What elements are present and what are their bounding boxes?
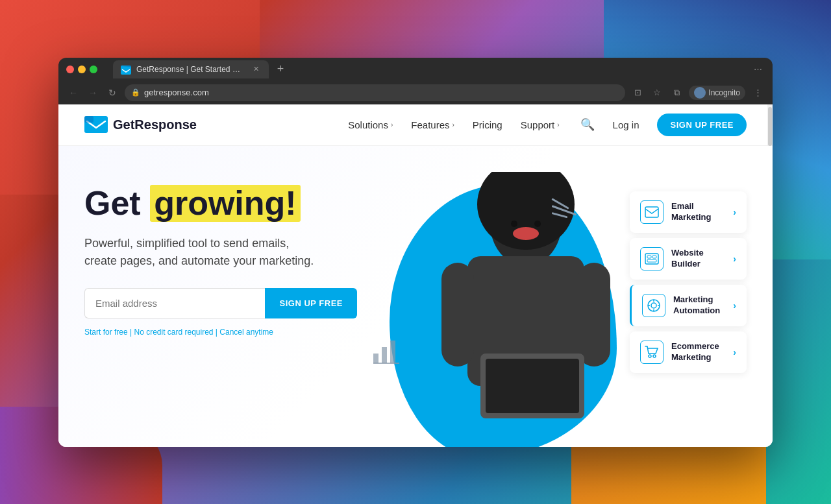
- tab-bar: GetResponse | Get Started wi... ✕ +: [113, 60, 740, 78]
- arrow-icon: ›: [733, 207, 736, 217]
- window-control[interactable]: ⋯: [750, 62, 765, 77]
- browser-window: GetResponse | Get Started wi... ✕ + ⋯ ← …: [58, 58, 773, 447]
- deco-line-3: [552, 212, 568, 218]
- ecommerce-marketing-title: EcommerceMarketing: [671, 341, 725, 363]
- hero-subtext: Powerful, simplified tool to send emails…: [84, 235, 318, 270]
- tab-close-button[interactable]: ✕: [251, 64, 261, 75]
- arrow-icon: ›: [733, 254, 736, 264]
- hero-disclaimer: Start for free | No credit card required…: [84, 328, 357, 337]
- svg-rect-19: [647, 256, 651, 258]
- logo-text: GetResponse: [113, 117, 197, 132]
- hero-image-area: [357, 172, 630, 447]
- nav-pricing[interactable]: Pricing: [473, 119, 502, 130]
- hero-headline: Get growing!: [84, 185, 357, 222]
- feature-card-website-builder[interactable]: WebsiteBuilder ›: [630, 238, 747, 280]
- tab-manager-icon[interactable]: ⧉: [669, 86, 684, 100]
- svg-rect-13: [373, 354, 378, 363]
- lock-icon: 🔒: [131, 88, 140, 97]
- hero-section: Get growing! Powerful, simplified tool t…: [58, 146, 773, 447]
- hero-left-content: Get growing! Powerful, simplified tool t…: [84, 172, 357, 337]
- headline-prefix: Get: [84, 184, 150, 222]
- maximize-button[interactable]: [90, 66, 97, 73]
- headline-highlight: growing!: [150, 185, 301, 222]
- feature-cards: EmailMarketing › WebsiteBuild: [630, 172, 747, 373]
- svg-rect-6: [441, 263, 474, 366]
- nav-links: Solutions › Features › Pricing Support ›…: [348, 114, 747, 136]
- tab-favicon: [121, 66, 131, 73]
- nav-features[interactable]: Features ›: [411, 119, 454, 130]
- svg-point-10: [513, 227, 539, 240]
- chevron-down-icon: ›: [391, 121, 393, 128]
- nav-support[interactable]: Support ›: [521, 119, 560, 130]
- cast-icon[interactable]: ⊡: [630, 86, 645, 100]
- svg-rect-17: [645, 207, 658, 217]
- svg-point-29: [653, 355, 656, 357]
- svg-rect-7: [578, 263, 610, 366]
- bookmark-icon[interactable]: ☆: [650, 86, 664, 100]
- chevron-down-icon: ›: [453, 121, 454, 128]
- email-marketing-icon: [640, 200, 664, 224]
- profile-label: Incognito: [708, 88, 740, 97]
- back-button[interactable]: ←: [66, 86, 81, 100]
- chart-icon: [370, 334, 403, 369]
- browser-window-controls: ⋯: [750, 62, 765, 77]
- browser-addressbar: ← → ↻ 🔒 getresponse.com ⊡ ☆ ⧉ Incognito …: [58, 81, 773, 104]
- website-builder-title: WebsiteBuilder: [671, 248, 725, 270]
- feature-card-email-marketing[interactable]: EmailMarketing ›: [630, 191, 747, 233]
- svg-rect-0: [121, 67, 131, 75]
- address-bar[interactable]: 🔒 getresponse.com: [125, 84, 625, 101]
- hero-person-image: [403, 172, 610, 447]
- logo[interactable]: GetResponse: [84, 116, 197, 133]
- hero-form: SIGN UP FREE: [84, 288, 357, 318]
- email-marketing-text: EmailMarketing: [671, 201, 725, 223]
- avatar: [694, 87, 706, 99]
- menu-icon[interactable]: ⋮: [750, 86, 765, 100]
- svg-rect-9: [486, 359, 579, 413]
- search-icon[interactable]: 🔍: [580, 117, 595, 132]
- ecommerce-marketing-text: EcommerceMarketing: [671, 341, 725, 363]
- svg-point-28: [649, 355, 651, 357]
- email-input[interactable]: [84, 288, 265, 318]
- hero-signup-button[interactable]: SIGN UP FREE: [265, 288, 357, 318]
- svg-point-11: [511, 221, 517, 227]
- website-content: GetResponse Solutions › Features › Prici…: [58, 104, 773, 447]
- arrow-icon: ›: [733, 300, 736, 311]
- close-button[interactable]: [66, 66, 74, 73]
- traffic-lights: [66, 66, 97, 73]
- reload-button[interactable]: ↻: [105, 86, 119, 100]
- forward-button[interactable]: →: [86, 86, 100, 100]
- website-builder-icon: [640, 247, 664, 270]
- nav-solutions[interactable]: Solutions ›: [348, 119, 393, 130]
- svg-rect-14: [382, 347, 387, 363]
- scrollbar-thumb[interactable]: [768, 107, 772, 146]
- login-button[interactable]: Log in: [613, 119, 639, 130]
- website-builder-text: WebsiteBuilder: [671, 248, 725, 270]
- email-marketing-title: EmailMarketing: [671, 201, 725, 223]
- marketing-automation-title: MarketingAutomation: [673, 294, 725, 317]
- decorative-lines: [552, 198, 578, 219]
- signup-button[interactable]: SIGN UP FREE: [657, 114, 747, 136]
- svg-rect-21: [647, 259, 656, 262]
- svg-rect-20: [652, 256, 656, 258]
- svg-point-23: [651, 303, 656, 308]
- browser-titlebar: GetResponse | Get Started wi... ✕ + ⋯: [58, 58, 773, 81]
- new-tab-button[interactable]: +: [271, 60, 290, 78]
- svg-point-12: [534, 221, 541, 227]
- svg-rect-18: [645, 254, 658, 264]
- browser-chrome: GetResponse | Get Started wi... ✕ + ⋯ ← …: [58, 58, 773, 104]
- svg-rect-15: [390, 341, 395, 363]
- site-navigation: GetResponse Solutions › Features › Prici…: [58, 104, 773, 146]
- profile-button[interactable]: Incognito: [689, 86, 745, 100]
- svg-rect-2: [84, 116, 93, 123]
- marketing-automation-icon: [642, 294, 665, 317]
- arrow-icon: ›: [733, 347, 736, 357]
- chevron-down-icon: ›: [557, 121, 559, 128]
- tab-title: GetResponse | Get Started wi...: [136, 65, 245, 74]
- ecommerce-marketing-icon: [640, 341, 664, 364]
- marketing-automation-text: MarketingAutomation: [673, 294, 725, 317]
- minimize-button[interactable]: [78, 66, 86, 73]
- active-tab[interactable]: GetResponse | Get Started wi... ✕: [113, 60, 269, 78]
- feature-card-marketing-automation[interactable]: MarketingAutomation ›: [630, 285, 747, 326]
- address-text: getresponse.com: [144, 88, 209, 97]
- feature-card-ecommerce-marketing[interactable]: EcommerceMarketing ›: [630, 331, 747, 373]
